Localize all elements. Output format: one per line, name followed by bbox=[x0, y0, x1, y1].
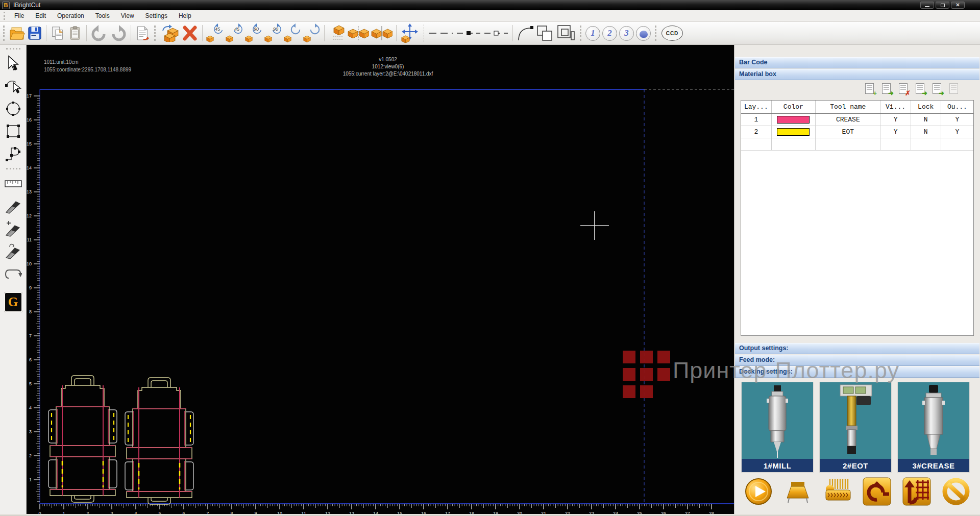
close-button[interactable]: ✕ bbox=[951, 2, 965, 9]
layer-lock-flag[interactable]: N bbox=[911, 126, 941, 138]
line-style-dash-button[interactable] bbox=[427, 23, 455, 43]
circle-tool[interactable] bbox=[3, 97, 24, 120]
line-white-node-icon bbox=[483, 30, 509, 37]
rotate-angle-label: 45 bbox=[214, 27, 221, 32]
layer-tool-name[interactable]: EOT bbox=[816, 126, 880, 138]
menu-tools[interactable]: Tools bbox=[90, 11, 115, 21]
rotate-90-cw-button[interactable]: 90 bbox=[263, 23, 283, 43]
output-report-button[interactable] bbox=[134, 23, 151, 43]
line-style-open-node-button[interactable] bbox=[482, 23, 510, 43]
view-1-button[interactable]: 1 bbox=[585, 26, 600, 41]
copy-button[interactable] bbox=[49, 23, 66, 43]
brand-logo-icon: G bbox=[4, 292, 22, 312]
cube-icon bbox=[284, 35, 291, 42]
rotate-45-ccw-button[interactable]: 45 bbox=[205, 23, 225, 43]
section-feed-mode[interactable]: Feed mode: bbox=[735, 355, 979, 366]
layer-row-1[interactable]: 1 CREASE Y N Y bbox=[741, 113, 973, 126]
node-edit-tool[interactable] bbox=[3, 75, 24, 97]
delete-layer-button[interactable]: ✗ bbox=[898, 83, 910, 96]
view-all-button[interactable] bbox=[636, 26, 651, 41]
weld-shapes-button[interactable] bbox=[535, 23, 555, 43]
mirror-horizontal-button[interactable] bbox=[347, 23, 370, 43]
view-3-button[interactable]: 3 bbox=[619, 26, 634, 41]
section-material-box[interactable]: Material box bbox=[735, 69, 979, 80]
minimize-button[interactable] bbox=[920, 2, 934, 9]
rotate-cw-icon bbox=[309, 23, 321, 35]
layer-color-cell[interactable] bbox=[771, 126, 815, 138]
layer-visible-flag[interactable]: Y bbox=[880, 126, 911, 138]
titlebar: B IBrightCut ✕ bbox=[0, 0, 980, 10]
line-style-node-button[interactable] bbox=[455, 23, 482, 43]
svg-text:14: 14 bbox=[27, 165, 32, 170]
path-tool[interactable] bbox=[3, 142, 24, 165]
restore-button[interactable] bbox=[936, 2, 949, 9]
stop-cancel-button[interactable] bbox=[941, 477, 971, 506]
feed-material-button[interactable] bbox=[783, 477, 813, 506]
mirror-vertical-button[interactable] bbox=[370, 23, 394, 43]
redo-button[interactable] bbox=[109, 23, 128, 43]
menu-file[interactable]: File bbox=[9, 11, 30, 21]
fillet-arc-button[interactable] bbox=[516, 23, 535, 43]
menu-settings[interactable]: Settings bbox=[140, 11, 173, 21]
ccd-camera-button[interactable]: CCD bbox=[662, 26, 683, 41]
knife-curve-tool[interactable] bbox=[3, 240, 24, 262]
tool-card-mill[interactable]: 1#MILL bbox=[741, 382, 814, 473]
tool-card-crease[interactable]: 3#CREASE bbox=[897, 382, 970, 473]
layer-number[interactable]: 2 bbox=[741, 126, 771, 138]
rotate-ccw-icon bbox=[289, 23, 302, 35]
undo-button[interactable] bbox=[89, 23, 109, 43]
delete-button[interactable] bbox=[180, 23, 200, 43]
grid-align-button[interactable] bbox=[902, 477, 932, 506]
rotate-free-cw-button[interactable] bbox=[302, 23, 322, 43]
select-tool[interactable] bbox=[3, 53, 24, 75]
copy-layers-button[interactable] bbox=[948, 83, 961, 96]
layer-color-cell[interactable] bbox=[771, 113, 815, 126]
node-edit-icon bbox=[5, 78, 22, 95]
rotate-free-ccw-button[interactable] bbox=[283, 23, 302, 43]
insert-layer-button[interactable]: ➜ bbox=[881, 83, 893, 96]
move-button[interactable] bbox=[399, 23, 421, 43]
rectangle-tool[interactable] bbox=[3, 120, 24, 142]
menu-edit[interactable]: Edit bbox=[30, 11, 52, 21]
drawing-canvas[interactable]: 0123456789101112131415161718192021222324… bbox=[27, 45, 734, 516]
array-copy-button[interactable] bbox=[327, 23, 347, 43]
open-file-button[interactable] bbox=[8, 23, 26, 43]
paste-button[interactable] bbox=[66, 23, 84, 43]
rotate-feed-button[interactable] bbox=[862, 477, 892, 506]
rotate-45-cw-button[interactable]: 45 bbox=[225, 23, 244, 43]
color-swatch[interactable] bbox=[777, 116, 810, 124]
layer-number[interactable]: 1 bbox=[741, 113, 771, 126]
group-shapes-button[interactable] bbox=[555, 23, 577, 43]
start-job-button[interactable] bbox=[744, 477, 773, 506]
knife-add-tool[interactable] bbox=[3, 217, 24, 240]
view-2-button[interactable]: 2 bbox=[602, 26, 617, 41]
section-bar-code[interactable]: Bar Code bbox=[735, 57, 979, 68]
layer-visible-flag[interactable]: Y bbox=[880, 113, 911, 126]
menu-help[interactable]: Help bbox=[173, 11, 197, 21]
import-layers-button[interactable]: ➜ bbox=[915, 83, 927, 96]
knife-tool[interactable] bbox=[3, 195, 24, 217]
cancel-icon bbox=[941, 477, 971, 506]
brush-clean-button[interactable] bbox=[823, 477, 852, 506]
loop-tool[interactable] bbox=[3, 262, 24, 285]
svg-text:12: 12 bbox=[27, 213, 32, 218]
menu-view[interactable]: View bbox=[115, 11, 140, 21]
save-button[interactable] bbox=[26, 23, 43, 43]
menu-operation[interactable]: Operation bbox=[52, 11, 90, 21]
status-top-left: 1011:unit:10cm 1055:coordinate:2295.1708… bbox=[44, 58, 131, 73]
add-layer-button[interactable]: + bbox=[864, 83, 876, 96]
measure-tool[interactable] bbox=[3, 173, 24, 195]
rotate-object-button[interactable] bbox=[159, 23, 180, 43]
layer-tool-name[interactable]: CREASE bbox=[816, 113, 880, 126]
rotate-90-ccw-button[interactable]: 90 bbox=[244, 23, 263, 43]
color-swatch[interactable] bbox=[777, 128, 810, 136]
layer-lock-flag[interactable]: N bbox=[911, 113, 941, 126]
section-output-settings[interactable]: Output settings: bbox=[735, 343, 979, 354]
layer-row-2[interactable]: 2 EOT Y N Y bbox=[741, 126, 973, 138]
layer-output-flag[interactable]: Y bbox=[941, 113, 973, 126]
tool-card-eot[interactable]: 2#EOT bbox=[819, 382, 892, 473]
layer-output-flag[interactable]: Y bbox=[941, 126, 973, 138]
redo-icon bbox=[110, 25, 127, 41]
export-layers-button[interactable]: ➜ bbox=[932, 83, 944, 96]
section-docking-settings[interactable]: Docking settings: bbox=[735, 366, 979, 378]
